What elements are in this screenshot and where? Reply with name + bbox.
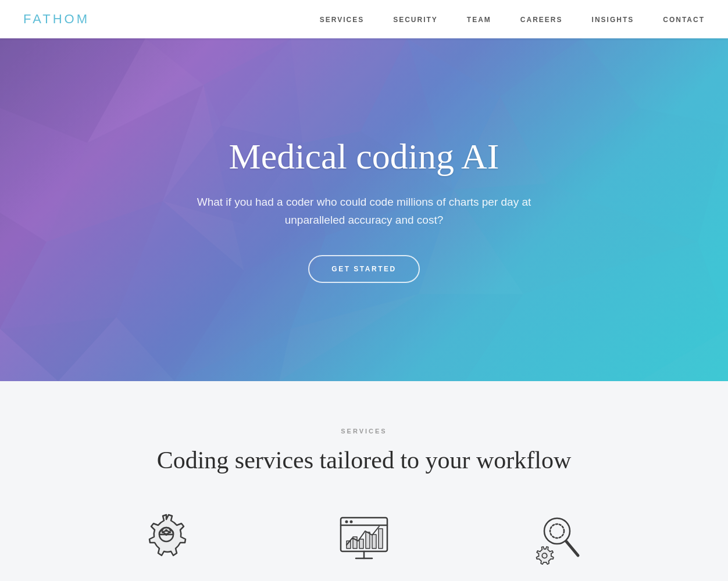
navbar: FATHOM SERVICES SECURITY TEAM CAREERS IN… [0, 0, 728, 38]
svg-point-49 [550, 524, 564, 538]
nav-insights[interactable]: INSIGHTS [592, 16, 634, 24]
gear-cloud-icon [137, 509, 195, 567]
hero-title: Medical coding AI [172, 137, 556, 176]
service-card-production-coding: Production coding [85, 509, 248, 581]
svg-rect-40 [347, 541, 351, 548]
svg-rect-41 [353, 537, 357, 548]
svg-rect-45 [379, 529, 383, 548]
hero-subtitle: What if you had a coder who could code m… [172, 193, 556, 229]
svg-line-47 [566, 541, 578, 555]
nav-links: SERVICES SECURITY TEAM CAREERS INSIGHTS … [320, 14, 705, 24]
svg-rect-44 [372, 535, 376, 548]
svg-point-46 [544, 518, 570, 544]
service-card-production-audit: Production audit [480, 509, 643, 581]
services-title: Coding services tailored to your workflo… [23, 446, 705, 474]
get-started-button[interactable]: GET STARTED [308, 255, 419, 283]
search-gear-icon [533, 509, 591, 567]
nav-team[interactable]: TEAM [467, 16, 491, 24]
hero-content: Medical coding AI What if you had a code… [160, 137, 568, 283]
nav-contact[interactable]: CONTACT [663, 16, 705, 24]
services-cards: Production coding [23, 509, 705, 581]
services-eyebrow: SERVICES [23, 428, 705, 435]
svg-point-39 [350, 521, 353, 523]
svg-rect-42 [359, 539, 363, 548]
nav-security[interactable]: SECURITY [393, 16, 438, 24]
svg-rect-43 [366, 532, 370, 548]
logo[interactable]: FATHOM [23, 12, 90, 27]
hero-section: Medical coding AI What if you had a code… [0, 38, 728, 381]
service-card-performance-reporting: Performance reporting [283, 509, 445, 581]
nav-careers[interactable]: CAREERS [520, 16, 563, 24]
nav-services[interactable]: SERVICES [320, 16, 364, 24]
svg-point-38 [345, 521, 348, 523]
chart-screen-icon [335, 509, 393, 567]
services-section: SERVICES Coding services tailored to you… [0, 381, 728, 581]
